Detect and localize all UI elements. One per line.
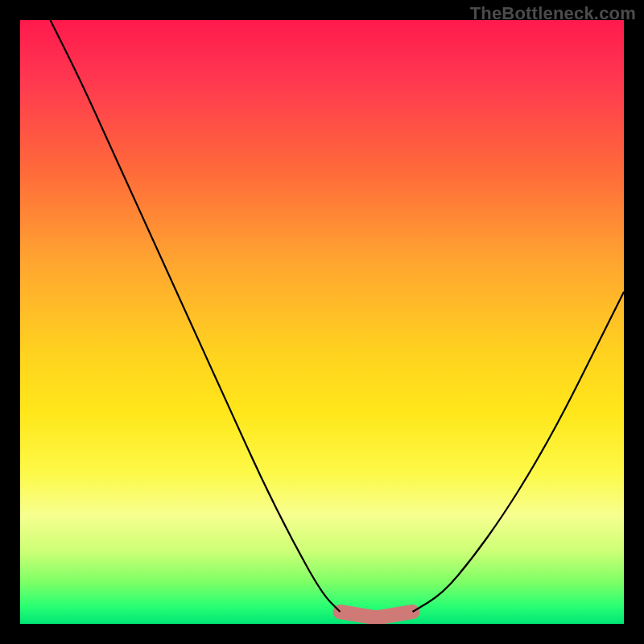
valley-highlight: [341, 612, 413, 618]
bottleneck-curve-svg: [20, 20, 624, 624]
curve-left-arm: [51, 20, 341, 612]
chart-frame: TheBottleneck.com: [0, 0, 644, 644]
curve-right-arm: [413, 292, 625, 613]
plot-area: [20, 20, 624, 624]
watermark-text: TheBottleneck.com: [470, 3, 636, 24]
